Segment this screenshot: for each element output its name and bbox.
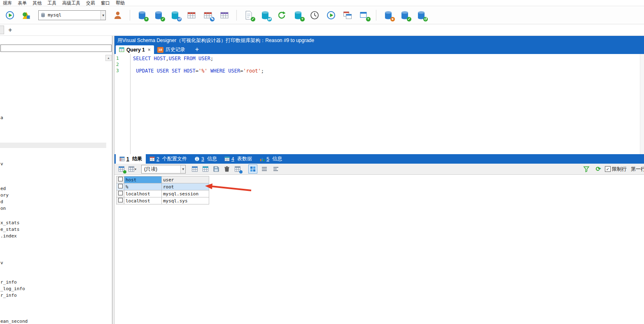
tree-item-fragment[interactable]: ean_second	[0, 319, 28, 324]
scrollbar-up-icon[interactable]: ▲	[105, 55, 112, 61]
menu-item[interactable]: 工具	[44, 0, 59, 6]
form-view-button[interactable]	[260, 164, 269, 174]
new-connection-tab-button[interactable]: +	[8, 27, 12, 33]
connect-icon[interactable]	[4, 9, 16, 21]
menu-item[interactable]: 帮助	[113, 0, 128, 6]
save-icon[interactable]	[212, 165, 220, 173]
code-line[interactable]: SELECT HOST,USER FROM USER;	[133, 56, 640, 62]
tree-item-fragment[interactable]: ed	[0, 186, 6, 191]
select-all-cell[interactable]	[117, 176, 124, 183]
tree-item-fragment[interactable]: ory	[0, 193, 9, 198]
text-view-button[interactable]	[271, 164, 280, 174]
connection-tab[interactable]	[0, 26, 4, 34]
grid-cell[interactable]: localhost	[124, 197, 162, 204]
user-manager-icon[interactable]	[112, 9, 124, 21]
tree-item-fragment[interactable]: v	[0, 260, 3, 265]
db-add-icon[interactable]: +	[292, 9, 304, 21]
result-tab-5[interactable]: 5 信息	[256, 154, 286, 164]
delete-row-icon[interactable]	[223, 165, 231, 173]
filter-funnel-icon[interactable]	[582, 165, 590, 173]
tree-item-fragment[interactable]: a	[0, 115, 3, 120]
schema-designer-icon[interactable]	[21, 9, 32, 21]
result-tab-bar: 1 结果2 个配置文件3 信息4 表数据5 信息	[114, 154, 644, 164]
chevron-down-icon[interactable]: ▾	[100, 11, 105, 20]
refresh-result-icon[interactable]: ⟳	[594, 165, 602, 173]
promo-banner[interactable]: 用Visual Schema Designer（可视化架构设计器）打印数据库架构…	[114, 36, 644, 45]
close-icon[interactable]: ×	[148, 47, 151, 53]
grid-refresh-icon[interactable]	[233, 165, 242, 173]
grid-cell[interactable]: %	[124, 183, 162, 190]
export-data-icon[interactable]	[191, 165, 199, 173]
code-token	[181, 56, 184, 61]
tree-item-fragment[interactable]: _log_info	[0, 286, 25, 291]
row-select-cell[interactable]	[117, 197, 124, 204]
table-diagnostics-icon[interactable]	[219, 9, 230, 21]
alter-database-icon[interactable]: ✓	[153, 9, 164, 21]
limit-rows-checkbox[interactable]: ✓	[605, 166, 611, 172]
result-tab-3[interactable]: 3 信息	[191, 154, 221, 164]
grid-cell[interactable]: mysql.sys	[162, 197, 209, 204]
database-select[interactable]: mysql ▾	[38, 10, 106, 20]
tree-item-fragment[interactable]: d	[0, 199, 3, 204]
code-token: SELECT	[133, 56, 151, 61]
alter-table-icon[interactable]: ✎	[202, 9, 214, 21]
chevron-down-icon[interactable]: ▾	[180, 165, 185, 173]
new-window-icon[interactable]: +	[358, 9, 370, 21]
column-header-host[interactable]: host	[124, 176, 162, 183]
db-user-icon[interactable]: ●	[383, 9, 394, 21]
result-tab-1[interactable]: 1 结果	[116, 154, 146, 164]
tree-item-fragment[interactable]: r_info	[0, 279, 17, 285]
new-query-tab-button[interactable]: +	[195, 46, 199, 53]
checkbox-icon[interactable]	[118, 191, 123, 195]
create-table-icon[interactable]	[186, 9, 197, 21]
menu-item[interactable]: 据库	[0, 0, 15, 6]
code-line[interactable]: UPDATE USER SET HOST='%' WHERE USER='roo…	[133, 68, 640, 74]
tree-item-fragment[interactable]: x_stats	[0, 220, 19, 225]
line-number-gutter: 123	[114, 54, 131, 154]
code-line[interactable]	[133, 62, 640, 68]
grid-view-button[interactable]	[248, 164, 257, 174]
tree-item-fragment[interactable]: v	[0, 161, 3, 167]
sql-editor[interactable]: 123 SELECT HOST,USER FROM USER; UPDATE U…	[114, 54, 644, 154]
tree-selected-row[interactable]	[0, 143, 106, 148]
refresh-icon[interactable]	[276, 9, 287, 21]
grid-cell[interactable]: localhost	[124, 190, 162, 197]
copy-data-icon[interactable]	[201, 165, 210, 173]
tab-history[interactable]: 18 历史记录	[154, 45, 189, 54]
tree-item-fragment[interactable]: e_stats	[0, 227, 19, 232]
db-sync-icon[interactable]: ⇄	[259, 9, 271, 21]
menu-item[interactable]: 高级工具	[59, 0, 83, 6]
checkbox-icon[interactable]	[118, 184, 123, 188]
new-query-icon[interactable]: ✓	[243, 9, 254, 21]
row-select-cell[interactable]	[117, 183, 124, 190]
menu-item[interactable]: 窗口	[98, 0, 113, 6]
sync-database-icon[interactable]: ↺	[169, 9, 181, 21]
grid-options-icon[interactable]: ▾	[128, 165, 136, 173]
db-user-sync-icon[interactable]: ↺	[415, 9, 427, 21]
menu-item[interactable]: 表单	[15, 0, 30, 6]
refresh-grid-icon[interactable]	[117, 165, 126, 173]
tree-item-fragment[interactable]: .index	[0, 233, 17, 239]
tree-item-fragment[interactable]: r_info	[0, 293, 17, 298]
create-database-icon[interactable]: +	[136, 9, 148, 21]
tree-item-fragment[interactable]: on	[0, 206, 6, 211]
db-user-check-icon[interactable]: ✓	[399, 9, 411, 21]
code-token: HOST	[184, 68, 196, 74]
editor-scrollbar[interactable]	[640, 54, 644, 154]
history-clock-icon[interactable]	[309, 9, 320, 21]
result-tab-4[interactable]: 4 表数据	[221, 154, 256, 164]
menu-item[interactable]: 其他	[30, 0, 44, 6]
tab-query-1[interactable]: Query 1 ×	[116, 45, 154, 54]
menu-item[interactable]: 交易	[83, 0, 98, 6]
checkbox-icon[interactable]	[118, 198, 123, 202]
object-filter-input[interactable]	[0, 45, 112, 52]
chart-icon	[259, 156, 265, 162]
code-area[interactable]: SELECT HOST,USER FROM USER; UPDATE USER …	[131, 54, 640, 154]
execute-icon[interactable]	[325, 9, 337, 21]
edit-mode-select[interactable]: (只读) ▾	[141, 165, 186, 174]
limit-rows-label: 限制行	[612, 166, 627, 173]
copy-database-icon[interactable]	[342, 9, 353, 21]
result-tab-2[interactable]: 2 个配置文件	[146, 154, 191, 164]
row-select-cell[interactable]	[117, 190, 124, 197]
checkbox-icon[interactable]	[118, 177, 123, 181]
